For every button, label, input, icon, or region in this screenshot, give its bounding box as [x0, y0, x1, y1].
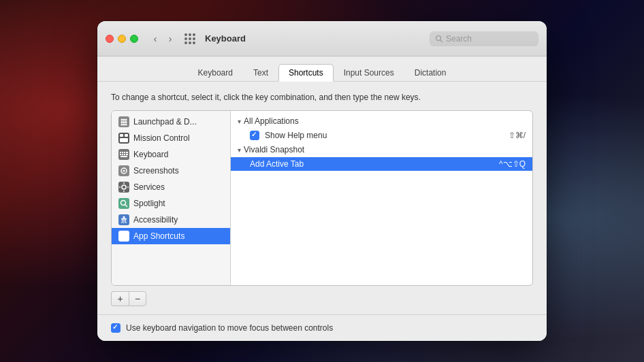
sidebar-label-app-shortcuts: App Shortcuts [133, 231, 184, 241]
tab-shortcuts[interactable]: Shortcuts [278, 64, 334, 82]
maximize-button[interactable] [130, 35, 138, 43]
add-shortcut-button[interactable]: + [111, 291, 129, 306]
group-label-vivaldi-snapshot: Vivaldi Snapshot [244, 145, 304, 154]
traffic-lights [106, 35, 138, 43]
svg-rect-25 [120, 156, 127, 157]
svg-rect-14 [125, 134, 128, 137]
sidebar-label-mission-control: Mission Control [133, 133, 190, 143]
svg-point-35 [123, 216, 125, 218]
shortcut-checkbox-show-help-menu[interactable] [250, 131, 259, 140]
svg-point-5 [125, 119, 127, 121]
shortcut-name-show-help-menu: Show Help menu [265, 131, 509, 140]
sidebar-label-services: Services [133, 182, 165, 192]
svg-line-1 [440, 39, 442, 42]
svg-rect-15 [120, 138, 128, 142]
chevron-icon-vivaldi: ▾ [238, 146, 241, 154]
svg-point-28 [123, 170, 125, 172]
nav-buttons: ‹ › [149, 33, 176, 45]
svg-rect-21 [120, 154, 121, 155]
svg-rect-23 [124, 154, 125, 155]
shortcut-add-active-tab[interactable]: Add Active Tab ^⌥⇧Q [231, 157, 532, 171]
shortcut-name-add-active-tab: Add Active Tab [250, 159, 499, 169]
svg-rect-17 [120, 152, 121, 153]
app-shortcuts-icon: A [118, 231, 129, 242]
window-title: Keyboard [205, 33, 424, 44]
svg-rect-22 [122, 154, 123, 155]
svg-rect-13 [120, 134, 123, 137]
bottom-buttons: + − [111, 286, 533, 306]
svg-rect-19 [124, 152, 125, 153]
search-bar[interactable]: Search [430, 31, 538, 46]
svg-point-4 [123, 119, 125, 121]
accessibility-icon [118, 214, 129, 225]
sidebar-item-keyboard[interactable]: Keyboard [112, 146, 230, 163]
launchpad-icon [118, 116, 129, 127]
group-all-applications[interactable]: ▾ All Applications [231, 114, 532, 129]
sidebar-item-launchpad[interactable]: Launchpad & D... [112, 114, 230, 130]
keyboard-icon [118, 149, 129, 160]
shortcut-key-show-help-menu: ⇧⌘/ [509, 131, 526, 140]
group-label-all-applications: All Applications [244, 116, 299, 126]
svg-point-7 [123, 121, 125, 123]
sidebar-label-spotlight: Spotlight [133, 199, 165, 208]
keyboard-preferences-window: ‹ › Keyboard Search Keyboard Text Shortc… [97, 21, 547, 341]
search-placeholder: Search [446, 34, 472, 44]
svg-point-3 [121, 119, 123, 121]
tab-text[interactable]: Text [243, 64, 278, 82]
sidebar-item-app-shortcuts[interactable]: A App Shortcuts [112, 228, 230, 244]
svg-rect-24 [126, 154, 128, 155]
mission-control-icon [118, 133, 129, 144]
titlebar: ‹ › Keyboard Search [97, 21, 547, 56]
content-area: To change a shortcut, select it, click t… [97, 82, 547, 314]
sidebar: Launchpad & D... Mission Control [112, 111, 231, 285]
sidebar-item-spotlight[interactable]: Spotlight [112, 195, 230, 212]
svg-point-6 [121, 121, 123, 123]
svg-point-8 [125, 121, 127, 123]
svg-text:A: A [120, 233, 125, 240]
sidebar-label-screenshots: Screenshots [133, 166, 179, 176]
grid-icon[interactable] [184, 33, 195, 44]
close-button[interactable] [106, 35, 114, 43]
minimize-button[interactable] [118, 35, 126, 43]
svg-rect-31 [118, 198, 129, 209]
sidebar-item-services[interactable]: Services [112, 179, 230, 195]
sidebar-item-mission-control[interactable]: Mission Control [112, 130, 230, 146]
back-button[interactable]: ‹ [149, 33, 161, 45]
sidebar-label-accessibility: Accessibility [133, 215, 178, 225]
group-vivaldi-snapshot[interactable]: ▾ Vivaldi Snapshot [231, 142, 532, 157]
forward-button[interactable]: › [164, 33, 176, 45]
svg-point-11 [125, 124, 127, 126]
sidebar-label-keyboard: Keyboard [133, 150, 168, 159]
services-icon [118, 182, 129, 193]
sidebar-item-accessibility[interactable]: Accessibility [112, 212, 230, 228]
svg-point-9 [121, 124, 123, 126]
sidebar-item-screenshots[interactable]: Screenshots [112, 163, 230, 179]
svg-point-10 [123, 124, 125, 126]
main-area: Launchpad & D... Mission Control [111, 110, 533, 286]
shortcut-show-help-menu[interactable]: Show Help menu ⇧⌘/ [231, 129, 532, 142]
footer: Use keyboard navigation to move focus be… [97, 314, 547, 341]
tabbar: Keyboard Text Shortcuts Input Sources Di… [97, 56, 547, 82]
keyboard-navigation-label: Use keyboard navigation to move focus be… [126, 323, 333, 333]
remove-shortcut-button[interactable]: − [129, 291, 146, 306]
tab-dictation[interactable]: Dictation [404, 64, 457, 82]
shortcuts-list: ▾ All Applications Show Help menu ⇧⌘/ ▾ … [231, 111, 532, 285]
spotlight-icon [118, 198, 129, 209]
right-panel: ▾ All Applications Show Help menu ⇧⌘/ ▾ … [231, 111, 532, 285]
shortcut-key-add-active-tab: ^⌥⇧Q [499, 159, 526, 169]
keyboard-navigation-checkbox[interactable] [111, 323, 120, 333]
tab-input-sources[interactable]: Input Sources [334, 64, 404, 82]
tab-keyboard[interactable]: Keyboard [188, 64, 243, 82]
svg-rect-20 [126, 152, 128, 153]
instruction-text: To change a shortcut, select it, click t… [111, 93, 533, 102]
screenshots-icon [118, 165, 129, 176]
chevron-icon: ▾ [238, 118, 241, 125]
sidebar-label-launchpad: Launchpad & D... [133, 117, 197, 127]
svg-rect-18 [122, 152, 123, 153]
search-icon [435, 35, 443, 43]
